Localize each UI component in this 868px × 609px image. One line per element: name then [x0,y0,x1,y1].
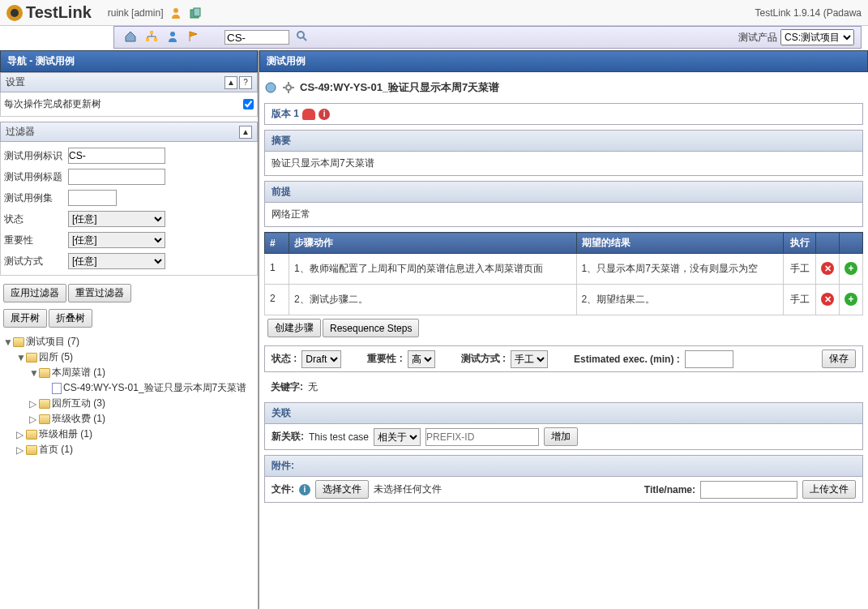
svg-point-0 [173,8,178,13]
filter-exec-select[interactable]: [任意] [68,253,165,269]
search-icon[interactable] [296,30,310,45]
tree-toggle-icon[interactable]: ▼ [29,367,37,379]
exec-type-select[interactable]: 手工 [511,350,548,368]
right-panel-title: 测试用例 [259,50,868,72]
flag-icon[interactable] [187,30,202,45]
filter-tc-id-input[interactable] [68,148,165,164]
filter-header[interactable]: 过滤器 ▲ [0,122,258,142]
reset-filter-button[interactable]: 重置过滤器 [68,284,131,302]
folder-open-icon [39,368,50,378]
tree-testcase[interactable]: CS-49:WY-YS-01_验证只显示本周7天菜谱 [63,381,246,395]
left-panel: 导航 - 测试用例 设置 ▲ ? 每次操作完成都更新树 过滤器 ▲ 测试用例标识 [0,50,259,609]
filter-collapse-icon[interactable]: ▲ [239,126,252,139]
estimated-input[interactable] [685,350,733,368]
step-action[interactable]: 1、教师端配置了上周和下周的菜谱信息进入本周菜谱页面 [289,254,577,285]
steps-table: # 步骤动作 期望的结果 执行 1 1、教师端配置了上周和下周的菜谱信息进入本周… [264,232,863,315]
person-icon[interactable] [166,30,181,45]
relation-type-select[interactable]: 相关于 [374,428,421,446]
apply-filter-button[interactable]: 应用过滤器 [3,284,66,302]
user-info: ruink [admin] [108,6,203,19]
file-info-icon[interactable]: i [299,484,310,495]
create-step-button[interactable]: 创建步骤 [267,319,321,337]
step-expected[interactable]: 1、只显示本周7天菜谱，没有则显示为空 [576,254,783,285]
resequence-button[interactable]: Resequence Steps [323,319,419,337]
collapse-tree-button[interactable]: 折叠树 [49,309,92,328]
toolbar-search-input[interactable] [224,30,289,45]
delete-step-icon[interactable]: ✕ [821,293,834,306]
new-relation-text: This test case [309,431,369,443]
ghost-icon[interactable] [302,109,315,120]
filter-body: 测试用例标识 测试用例标题 测试用例集 状态 [任意] 重要性 [任意] 测试方… [0,142,258,276]
tree-toggle-icon[interactable]: ▷ [16,444,24,456]
summary-body: 验证只显示本周7天菜谱 [265,152,862,175]
settings-help-icon[interactable]: ? [239,76,252,89]
title-name-input[interactable] [700,481,797,499]
user-icon[interactable] [169,6,182,19]
steps-col-delete [816,233,840,254]
add-relation-button[interactable]: 增加 [544,427,578,446]
filter-title-input[interactable] [68,169,165,185]
step-expected[interactable]: 2、期望结果二。 [576,285,783,315]
exec-type-label: 测试方式 : [461,352,506,366]
delete-step-icon[interactable]: ✕ [821,262,834,275]
info-icon[interactable]: i [319,109,330,120]
expand-tree-button[interactable]: 展开树 [3,309,47,328]
update-tree-checkbox[interactable] [243,99,254,109]
tree-node[interactable]: 班级相册 (1) [39,427,92,441]
step-row[interactable]: 2 2、测试步骤二。 2、期望结果二。 手工 ✕ + [265,285,863,315]
tree-toggle-icon[interactable]: ▷ [29,398,37,410]
folder-closed-icon [26,430,37,440]
globe-icon[interactable] [264,81,277,94]
top-bar: TestLink ruink [admin] TestLink 1.9.14 (… [0,0,868,26]
tree-root[interactable]: 测试项目 (7) [26,335,79,349]
tree-node[interactable]: 园所互动 (3) [52,397,105,410]
testlink-logo-icon [6,5,23,21]
filter-status-select[interactable]: [任意] [68,211,165,227]
filter-title-label: 测试用例标题 [4,170,65,184]
logout-icon[interactable] [189,6,202,19]
folder-closed-icon [26,445,37,455]
choose-file-button[interactable]: 选择文件 [315,480,369,499]
tree-node[interactable]: 班级收费 (1) [52,412,105,426]
folder-closed-icon [39,399,50,409]
step-exec: 手工 [784,254,816,285]
svg-point-11 [297,32,304,38]
filter-importance-select[interactable]: [任意] [68,232,165,248]
tree-icon[interactable] [145,30,160,45]
product-select[interactable]: CS:测试项目 [780,29,854,45]
app-logo[interactable]: TestLink [6,3,92,22]
settings-collapse-icon[interactable]: ▲ [224,76,237,89]
add-step-icon[interactable]: + [844,293,857,306]
step-row[interactable]: 1 1、教师端配置了上周和下周的菜谱信息进入本周菜谱页面 1、只显示本周7天菜谱… [265,254,863,285]
tree-node[interactable]: 园所 (5) [39,350,73,364]
filter-set-label: 测试用例集 [4,191,65,205]
tree-toggle-icon[interactable]: ▼ [16,352,24,363]
tree-toggle-icon[interactable]: ▷ [29,414,37,425]
tree-toggle-icon[interactable]: ▷ [16,429,24,440]
add-step-icon[interactable]: + [844,262,857,275]
status-select[interactable]: Draft [301,350,341,368]
settings-header[interactable]: 设置 ▲ ? [0,72,258,92]
svg-line-12 [303,37,306,41]
tree-node[interactable]: 本周菜谱 (1) [52,366,105,380]
attachment-header: 附件: [265,456,862,477]
upload-file-button[interactable]: 上传文件 [802,480,856,499]
relation-id-input[interactable] [425,428,539,446]
settings-title-label: 设置 [6,75,25,89]
new-relation-label: 新关联: [272,430,304,444]
filter-title-label: 过滤器 [6,125,35,139]
filter-tc-id-label: 测试用例标识 [4,149,65,163]
step-num: 2 [265,285,289,315]
importance-select[interactable]: 高 [408,350,435,368]
right-panel: 测试用例 CS-49:WY-YS-01_验证只显示本周7天菜谱 版本 1 i 摘… [259,50,868,609]
tree-toggle-icon[interactable]: ▼ [3,337,11,348]
precondition-header: 前提 [265,182,862,203]
gear-icon[interactable] [282,81,295,94]
home-icon[interactable] [124,30,139,45]
save-button[interactable]: 保存 [822,350,856,368]
step-action[interactable]: 2、测试步骤二。 [289,285,577,315]
tree-node[interactable]: 首页 (1) [39,443,73,457]
testcase-tree: ▼ 测试项目 (7) ▼ 园所 (5) ▼ 本周菜谱 (1) CS-49:WY-… [0,331,258,461]
folder-open-icon [26,353,37,362]
filter-set-input[interactable] [68,190,117,206]
